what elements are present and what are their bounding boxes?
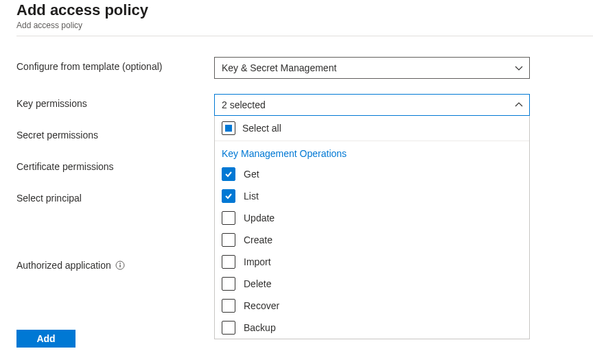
option-row[interactable]: Recover bbox=[215, 295, 529, 317]
left-labels-stack: Key permissions Secret permissions Certi… bbox=[16, 94, 209, 348]
option-checkbox[interactable] bbox=[222, 255, 235, 269]
option-checkbox[interactable] bbox=[222, 167, 235, 181]
option-row[interactable]: Delete bbox=[215, 273, 529, 295]
select-all-label: Select all bbox=[242, 123, 281, 134]
secret-permissions-label: Secret permissions bbox=[16, 125, 209, 141]
authorized-application-label-row: Authorized application bbox=[16, 256, 209, 271]
option-label: Import bbox=[244, 256, 271, 267]
option-checkbox[interactable] bbox=[222, 321, 235, 335]
option-checkbox[interactable] bbox=[222, 189, 235, 203]
option-row[interactable]: Import bbox=[215, 251, 529, 273]
chevron-down-icon bbox=[514, 63, 524, 73]
option-label: Delete bbox=[244, 278, 271, 289]
configure-from-template-value: Key & Secret Management bbox=[222, 62, 336, 73]
configure-from-template-label: Configure from template (optional) bbox=[16, 57, 209, 72]
key-permissions-dropdown[interactable]: Select all Key Management Operations Get… bbox=[214, 116, 530, 339]
option-checkbox[interactable] bbox=[222, 211, 235, 225]
chevron-up-icon bbox=[514, 100, 524, 110]
option-row[interactable]: Create bbox=[215, 229, 529, 251]
certificate-permissions-label: Certificate permissions bbox=[16, 157, 209, 172]
breadcrumb: Add access policy bbox=[16, 21, 593, 30]
form-area: Configure from template (optional) Key &… bbox=[16, 36, 593, 348]
page: Add access policy Add access policy Conf… bbox=[0, 0, 593, 348]
key-permissions-summary: 2 selected bbox=[222, 99, 266, 110]
option-label: Get bbox=[244, 169, 259, 180]
option-checkbox[interactable] bbox=[222, 233, 235, 247]
option-label: Create bbox=[244, 234, 272, 245]
key-permissions-select[interactable]: 2 selected bbox=[214, 94, 530, 116]
option-row[interactable]: List bbox=[215, 185, 529, 207]
option-label: Recover bbox=[244, 300, 279, 311]
svg-rect-2 bbox=[119, 265, 120, 267]
option-label: Update bbox=[244, 213, 275, 223]
select-all-checkbox[interactable] bbox=[222, 121, 235, 135]
add-button-label: Add bbox=[36, 333, 55, 344]
configure-from-template-select[interactable]: Key & Secret Management bbox=[214, 57, 530, 79]
info-icon[interactable] bbox=[115, 260, 125, 270]
option-checkbox[interactable] bbox=[222, 299, 235, 313]
select-principal-label: Select principal bbox=[16, 189, 209, 204]
option-checkbox[interactable] bbox=[222, 277, 235, 291]
select-all-row[interactable]: Select all bbox=[215, 116, 529, 141]
svg-point-1 bbox=[119, 263, 121, 264]
option-label: Backup bbox=[244, 322, 276, 333]
option-row[interactable]: Backup bbox=[215, 317, 529, 339]
key-permissions-label: Key permissions bbox=[16, 94, 209, 109]
key-mgmt-operations-header: Key Management Operations bbox=[215, 141, 529, 163]
option-row[interactable]: Update bbox=[215, 207, 529, 229]
add-button[interactable]: Add bbox=[16, 330, 75, 348]
authorized-application-label: Authorized application bbox=[16, 260, 111, 271]
page-title: Add access policy bbox=[16, 1, 593, 19]
page-header: Add access policy Add access policy bbox=[16, 0, 593, 36]
key-permissions-field: 2 selected Select all Key Management Ope… bbox=[214, 94, 530, 339]
option-row[interactable]: Get bbox=[215, 163, 529, 185]
option-label: List bbox=[244, 191, 259, 202]
